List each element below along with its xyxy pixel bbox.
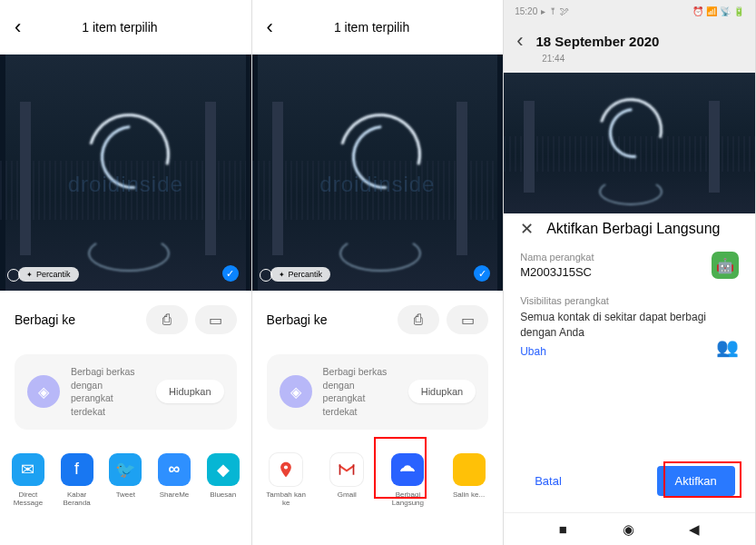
ubah-link[interactable]: Ubah bbox=[520, 345, 716, 358]
facebook-icon: f bbox=[61, 453, 93, 486]
share-header: Berbagi ke ⎙ ▭ bbox=[0, 291, 251, 343]
nearby-share-row: ◈ Berbagi berkas dengan perangkat terdek… bbox=[267, 354, 489, 430]
photo-preview[interactable]: droidinside Percantik ✓ bbox=[0, 54, 251, 291]
print-button[interactable]: ⎙ bbox=[398, 305, 439, 334]
app-salin[interactable]: Salin ke... bbox=[447, 453, 492, 508]
cast-button[interactable]: ▭ bbox=[447, 305, 488, 334]
share-apps-row: Tambah kan ke Gmail Berbagi Langsung Sal… bbox=[252, 441, 504, 520]
hidupkan-button[interactable]: Hidupkan bbox=[156, 380, 223, 403]
photo-preview[interactable]: droidinside Percantik ✓ bbox=[252, 54, 504, 291]
highlight-aktifkan bbox=[663, 461, 741, 498]
device-name-value: M2003J15SC bbox=[520, 265, 712, 279]
nav-recent-icon[interactable]: ■ bbox=[559, 521, 567, 537]
gmail-icon bbox=[330, 453, 363, 486]
nearby-text: Berbagi berkas dengan perangkat terdekat bbox=[71, 365, 145, 419]
shareme-icon: ∞ bbox=[158, 453, 191, 486]
app-kabar-beranda[interactable]: fKabar Beranda bbox=[54, 453, 100, 508]
device-name-row[interactable]: Nama perangkat M2003J15SC 🤖 bbox=[520, 252, 739, 279]
visibility-row: Visibilitas perangkat Semua kontak di se… bbox=[520, 295, 739, 358]
visibility-desc: Semua kontak di sekitar dapat berbagi de… bbox=[520, 310, 716, 341]
cast-button[interactable]: ▭ bbox=[195, 305, 237, 334]
topbar-title: 1 item terpilih bbox=[3, 20, 236, 35]
percantik-button[interactable]: Percantik bbox=[270, 267, 331, 282]
alarm-icon: ⏰ bbox=[692, 6, 703, 16]
app-tambahkan[interactable]: Tambah kan ke bbox=[263, 453, 309, 508]
close-icon[interactable]: ✕ bbox=[520, 219, 534, 239]
hidupkan-button[interactable]: Hidupkan bbox=[408, 380, 476, 403]
screen-icon: ▭ bbox=[209, 312, 222, 329]
nearby-icon: ◈ bbox=[280, 375, 312, 408]
nearby-icon: ◈ bbox=[27, 375, 60, 408]
highlight-berbagi-langsung bbox=[374, 437, 427, 499]
share-label: Berbagi ke bbox=[267, 312, 391, 327]
blue-icon: ◆ bbox=[207, 453, 240, 486]
selected-checkmark-icon[interactable]: ✓ bbox=[222, 265, 239, 282]
wifi-icon: 📡 bbox=[720, 6, 731, 16]
device-name-label: Nama perangkat bbox=[520, 252, 712, 263]
signal-icon: 📶 bbox=[706, 6, 717, 16]
sheet-actions: Batal Aktifkan bbox=[520, 459, 739, 505]
printer-icon: ⎙ bbox=[414, 312, 423, 328]
nav-bar: ■ ◉ ◀ bbox=[504, 512, 755, 545]
app-bluesan[interactable]: ◆Bluesan bbox=[201, 453, 246, 508]
watermark: droidinside bbox=[68, 172, 183, 197]
percantik-button[interactable]: Percantik bbox=[18, 267, 79, 282]
android-icon: 🤖 bbox=[712, 252, 739, 279]
twitter-status-icon: 🕊 bbox=[560, 6, 569, 16]
printer-icon: ⎙ bbox=[162, 312, 172, 328]
visibility-label: Visibilitas perangkat bbox=[520, 295, 716, 306]
svg-point-0 bbox=[284, 465, 288, 469]
app-shareme[interactable]: ∞ShareMe bbox=[152, 453, 197, 508]
watermark: droidinside bbox=[319, 172, 435, 197]
screen-1: ‹ 1 item terpilih droidinside Percantik … bbox=[0, 0, 252, 545]
maps-icon bbox=[270, 453, 302, 486]
nav-back-icon[interactable]: ◀ bbox=[689, 521, 700, 538]
screen-3: 15:20 ▸ ⤒ 🕊 ⏰ 📶 📡 🔋 ‹ 18 September 2020 … bbox=[504, 0, 756, 545]
screen-2: ‹ 1 item terpilih droidinside Percantik … bbox=[252, 0, 505, 545]
twitter-icon: 🐦 bbox=[109, 453, 142, 486]
battery-icon: 🔋 bbox=[733, 6, 744, 16]
photo-background bbox=[504, 73, 755, 213]
sheet-title: Aktifkan Berbagi Langsung bbox=[546, 221, 720, 237]
status-time: 15:20 bbox=[515, 6, 537, 16]
header-time: 21:44 bbox=[542, 54, 742, 64]
share-label: Berbagi ke bbox=[15, 312, 139, 327]
back-icon[interactable]: ‹ bbox=[516, 29, 523, 53]
nearby-share-row: ◈ Berbagi berkas dengan perangkat terdek… bbox=[15, 354, 237, 430]
folder-icon bbox=[453, 453, 486, 486]
topbar-title: 1 item terpilih bbox=[255, 20, 488, 35]
youtube-icon: ▸ bbox=[541, 6, 545, 16]
topbar: ‹ 1 item terpilih bbox=[252, 0, 504, 54]
status-bar: 15:20 ▸ ⤒ 🕊 ⏰ 📶 📡 🔋 bbox=[504, 0, 755, 22]
sheet-header: ✕ Aktifkan Berbagi Langsung bbox=[520, 219, 739, 239]
app-direct-message[interactable]: ✉Direct Message bbox=[5, 453, 51, 508]
nearby-text: Berbagi berkas dengan perangkat terdekat bbox=[323, 365, 398, 419]
topbar: ‹ 1 item terpilih bbox=[0, 0, 251, 54]
print-button[interactable]: ⎙ bbox=[146, 305, 188, 334]
bottom-sheet: ✕ Aktifkan Berbagi Langsung Nama perangk… bbox=[504, 206, 755, 512]
upload-icon: ⤒ bbox=[549, 6, 556, 16]
header-date: 18 September 2020 bbox=[536, 34, 660, 49]
gallery-header: ‹ 18 September 2020 21:44 bbox=[504, 22, 755, 73]
nav-home-icon[interactable]: ◉ bbox=[623, 521, 634, 538]
twitter-dm-icon: ✉ bbox=[12, 453, 44, 486]
batal-button[interactable]: Batal bbox=[524, 467, 573, 495]
share-apps-row: ✉Direct Message fKabar Beranda 🐦Tweet ∞S… bbox=[0, 441, 251, 520]
people-icon: 👥 bbox=[716, 336, 739, 358]
app-tweet[interactable]: 🐦Tweet bbox=[103, 453, 148, 508]
selected-checkmark-icon[interactable]: ✓ bbox=[474, 265, 490, 282]
share-header: Berbagi ke ⎙ ▭ bbox=[252, 291, 504, 343]
screen-icon: ▭ bbox=[461, 312, 475, 329]
app-gmail[interactable]: Gmail bbox=[324, 453, 369, 508]
